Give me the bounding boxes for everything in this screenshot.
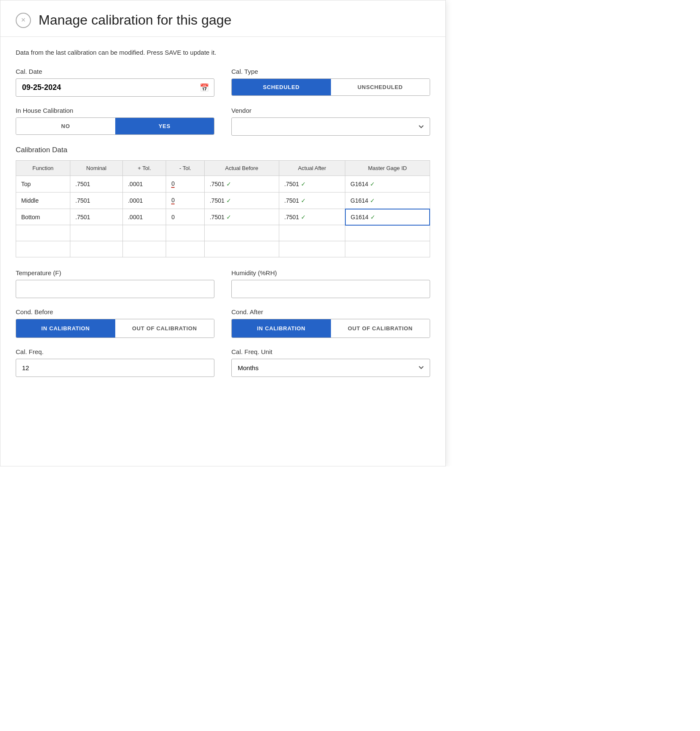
cond-before-toggle: IN CALIBRATION OUT OF CALIBRATION [16,319,214,338]
cell-actual-after: .7501✓ [279,209,345,225]
humidity-group: Humidity (%RH) [231,269,430,298]
calendar-icon[interactable]: 📅 [194,80,214,96]
close-icon: × [21,16,26,25]
inhouse-toggle: NO YES [16,117,214,135]
calibration-table: Function Nominal + Tol. - Tol. Actual Be… [16,160,430,257]
inhouse-group: In House Calibration NO YES [16,107,214,136]
no-button[interactable]: NO [16,118,115,134]
cond-after-out-button[interactable]: OUT OF CALIBRATION [331,319,430,338]
scheduled-button[interactable]: SCHEDULED [232,79,331,95]
minus-tol-value: 0 [171,197,175,204]
temperature-input[interactable] [16,280,214,298]
manage-calibration-dialog: × Manage calibration for this gage Data … [0,0,446,466]
close-button[interactable]: × [16,13,31,28]
table-row: Bottom .7501 .0001 0 .7501✓ .7501✓ G1614… [16,209,430,225]
info-text: Data from the last calibration can be mo… [16,49,430,56]
cal-freq-unit-label: Cal. Freq. Unit [231,348,430,355]
cell-nominal: .7501 [70,176,122,193]
cond-after-in-button[interactable]: IN CALIBRATION [232,319,331,338]
check-icon: ✓ [226,197,231,204]
col-actual-before: Actual Before [204,161,279,176]
temperature-group: Temperature (F) [16,269,214,298]
cell-empty [204,241,279,257]
inhouse-label: In House Calibration [16,107,214,114]
cond-after-group: Cond. After IN CALIBRATION OUT OF CALIBR… [231,308,430,338]
vendor-group: Vendor Vendor A Vendor B [231,107,430,136]
cell-actual-before: .7501✓ [204,193,279,209]
col-function: Function [16,161,70,176]
cell-empty [345,225,430,241]
check-icon: ✓ [370,214,375,220]
row-temp-humidity: Temperature (F) Humidity (%RH) [16,269,430,298]
cal-type-toggle: SCHEDULED UNSCHEDULED [231,78,430,96]
cond-after-label: Cond. After [231,308,430,315]
col-plus-tol: + Tol. [122,161,166,176]
unscheduled-button[interactable]: UNSCHEDULED [331,79,430,95]
dialog-title: Manage calibration for this gage [39,12,231,28]
check-icon: ✓ [370,181,375,187]
col-master-gage-id: Master Gage ID [345,161,430,176]
cell-empty [279,225,345,241]
row-freq: Cal. Freq. Cal. Freq. Unit Days Weeks Mo… [16,348,430,377]
cell-empty [166,241,204,257]
dialog-body: Data from the last calibration can be mo… [0,37,445,402]
cell-empty [122,241,166,257]
col-nominal: Nominal [70,161,122,176]
humidity-label: Humidity (%RH) [231,269,430,276]
cell-master-gage-id: G1614✓ [345,209,430,225]
cell-actual-after: .7501✓ [279,176,345,193]
temperature-label: Temperature (F) [16,269,214,276]
check-icon: ✓ [301,214,306,220]
cell-empty [204,225,279,241]
cell-empty [122,225,166,241]
cell-master-gage-id: G1614✓ [345,193,430,209]
vendor-select[interactable]: Vendor A Vendor B [231,117,430,136]
cond-before-out-button[interactable]: OUT OF CALIBRATION [115,319,214,338]
cal-freq-unit-group: Cal. Freq. Unit Days Weeks Months Years [231,348,430,377]
cond-after-toggle: IN CALIBRATION OUT OF CALIBRATION [231,319,430,338]
cal-type-group: Cal. Type SCHEDULED UNSCHEDULED [231,68,430,97]
check-icon: ✓ [301,197,306,204]
cell-function: Top [16,176,70,193]
cell-nominal: .7501 [70,209,122,225]
cell-minus-tol: 0 [166,193,204,209]
cell-actual-after: .7501✓ [279,193,345,209]
check-icon: ✓ [370,197,375,204]
cell-function: Bottom [16,209,70,225]
cal-date-group: Cal. Date 📅 [16,68,214,97]
cond-before-in-button[interactable]: IN CALIBRATION [16,319,115,338]
cell-master-gage-id: G1614✓ [345,176,430,193]
cond-before-label: Cond. Before [16,308,214,315]
table-row-empty [16,241,430,257]
row-inhouse-vendor: In House Calibration NO YES Vendor Vendo… [16,107,430,136]
table-row: Middle .7501 .0001 0 .7501✓ .7501✓ G1614… [16,193,430,209]
cal-freq-unit-select[interactable]: Days Weeks Months Years [231,359,430,377]
yes-button[interactable]: YES [115,118,214,134]
cal-freq-group: Cal. Freq. [16,348,214,377]
table-row: Top .7501 .0001 0 .7501✓ .7501✓ G1614✓ [16,176,430,193]
cell-plus-tol: .0001 [122,193,166,209]
cal-type-label: Cal. Type [231,68,430,75]
row-cond: Cond. Before IN CALIBRATION OUT OF CALIB… [16,308,430,338]
cal-date-input[interactable] [16,79,194,96]
cell-empty [70,241,122,257]
row-date-type: Cal. Date 📅 Cal. Type SCHEDULED UNSCHEDU… [16,68,430,97]
cell-empty [345,241,430,257]
cell-plus-tol: .0001 [122,209,166,225]
table-row-empty [16,225,430,241]
col-actual-after: Actual After [279,161,345,176]
humidity-input[interactable] [231,280,430,298]
minus-tol-value: 0 [171,180,175,188]
vendor-label: Vendor [231,107,430,114]
check-icon: ✓ [226,214,231,220]
table-header-row: Function Nominal + Tol. - Tol. Actual Be… [16,161,430,176]
minus-tol-value: 0 [171,214,175,220]
check-icon: ✓ [301,181,306,187]
cell-minus-tol: 0 [166,209,204,225]
cal-freq-input[interactable] [16,359,214,377]
dialog-header: × Manage calibration for this gage [0,0,445,37]
calibration-data-title: Calibration Data [16,146,430,154]
cond-before-group: Cond. Before IN CALIBRATION OUT OF CALIB… [16,308,214,338]
cell-empty [70,225,122,241]
cell-actual-before: .7501✓ [204,176,279,193]
